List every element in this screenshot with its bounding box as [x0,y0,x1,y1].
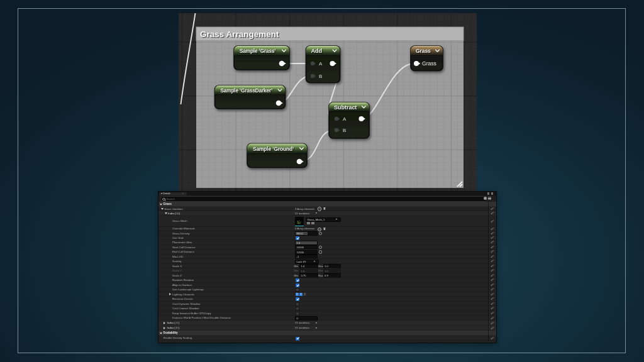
svg-text:Sample ’Grass’: Sample ’Grass’ [240,48,275,54]
svg-text:B: B [343,128,346,133]
svg-text:A: A [343,116,347,122]
svg-text:Subtract: Subtract [334,104,357,111]
svg-text:B: B [319,74,322,79]
svg-text:Sample ’GrassDarker’: Sample ’GrassDarker’ [221,88,273,94]
svg-text:Sample ’Ground’: Sample ’Ground’ [253,146,294,152]
svg-text:A: A [319,61,323,67]
svg-text:Grass: Grass [416,48,431,54]
svg-text:Grass: Grass [422,60,436,67]
svg-text:Add: Add [311,48,323,54]
svg-text:Grass Arrangement: Grass Arrangement [200,30,279,39]
